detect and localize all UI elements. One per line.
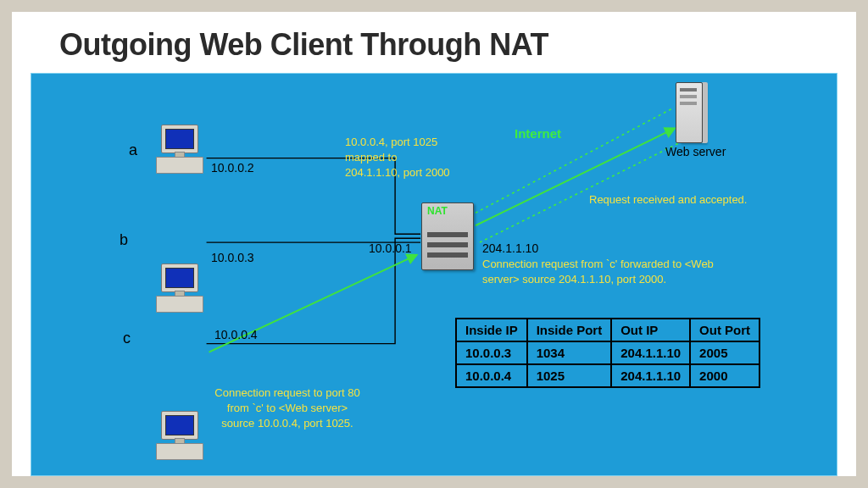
host-a-computer-icon xyxy=(154,125,203,174)
host-b-letter: b xyxy=(120,231,128,249)
col-out-ip: Out IP xyxy=(611,319,690,341)
col-inside-ip: Inside IP xyxy=(456,319,527,341)
page-title: Outgoing Web Client Through NAT xyxy=(59,27,548,63)
host-b-ip: 10.0.0.3 xyxy=(211,251,254,264)
mapping-line2: mapped to xyxy=(345,150,515,165)
host-b-computer-icon xyxy=(154,263,203,313)
request-accepted-annotation: Request received and accepted. xyxy=(589,192,810,208)
internet-label: Internet xyxy=(515,126,561,141)
conn-req-line1: Connection request to port 80 xyxy=(214,386,359,399)
host-c-ip: 10.0.0.4 xyxy=(214,328,258,341)
slide: Outgoing Web Client Through NAT a xyxy=(12,12,856,476)
diagram-canvas: a 10.0.0.2 b 10.0.0.3 c 10.0.0.4 NAT 10.… xyxy=(31,73,837,476)
table-header-row: Inside IP Inside Port Out IP Out Port xyxy=(456,319,760,341)
table-row: 10.0.0.4 1025 204.1.1.10 2000 xyxy=(456,364,760,387)
conn-req-line2: from `c' to <Web server> xyxy=(194,401,381,416)
forward-annotation: Connection request from `c' forwarded to… xyxy=(482,257,728,287)
nat-table: Inside IP Inside Port Out IP Out Port 10… xyxy=(455,318,760,388)
web-server-icon xyxy=(676,82,703,143)
col-out-port: Out Port xyxy=(690,319,760,341)
mapping-line1: 10.0.0.4, port 1025 xyxy=(345,135,515,150)
connection-request-annotation: Connection request to port 80 from `c' t… xyxy=(194,385,381,432)
web-server-label: Web server xyxy=(665,145,726,158)
conn-req-line3: source 10.0.0.4, port 1025. xyxy=(194,416,381,431)
nat-table-container: Inside IP Inside Port Out IP Out Port 10… xyxy=(455,318,760,388)
nat-inside-ip: 10.0.0.1 xyxy=(369,241,412,255)
nat-outside-ip: 204.1.1.10 xyxy=(482,241,538,255)
table-row: 10.0.0.3 1034 204.1.1.10 2005 xyxy=(456,341,760,364)
host-a-ip: 10.0.0.2 xyxy=(211,161,254,175)
mapping-annotation: 10.0.0.4, port 1025 mapped to 204.1.1.10… xyxy=(345,135,515,181)
col-inside-port: Inside Port xyxy=(527,319,612,341)
nat-label: NAT xyxy=(427,205,448,217)
nat-router-icon: NAT xyxy=(421,202,474,270)
host-c-letter: c xyxy=(123,330,131,347)
mapping-line3: 204.1.1.10, port 2000 xyxy=(345,165,515,180)
host-a-letter: a xyxy=(129,141,137,159)
